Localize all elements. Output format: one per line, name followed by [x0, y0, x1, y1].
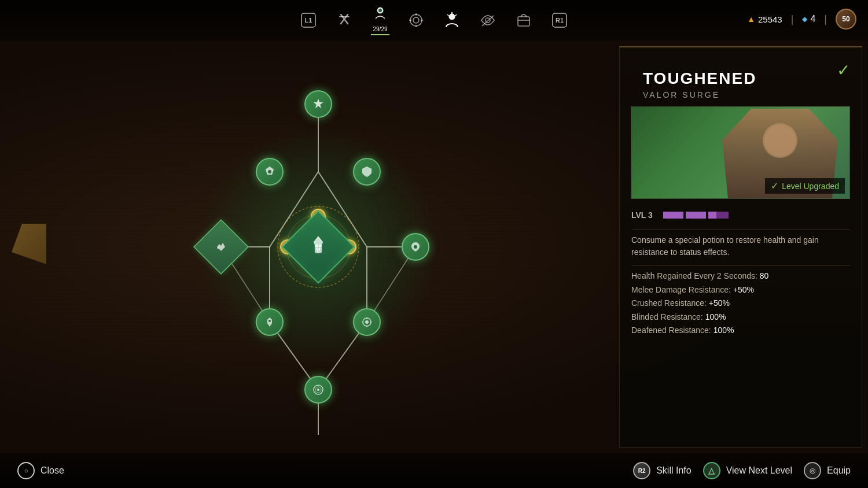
items-icon [514, 11, 533, 29]
pip-1 [663, 212, 683, 219]
svg-text:R1: R1 [556, 17, 564, 24]
level-number: 50 [842, 15, 849, 23]
skills-icon [371, 6, 389, 24]
item-icon: ◆ [802, 15, 807, 23]
tools-icon [335, 11, 354, 29]
panel-stats: Health Regained Every 2 Seconds: 80 Mele… [620, 271, 862, 337]
upgrade-check-icon: ✓ [771, 180, 778, 191]
top-bar: L1 29/29 [0, 0, 868, 40]
node-top-left-circle [256, 158, 284, 186]
node-bottom-circle [304, 376, 332, 404]
upgrade-text: Level Upgraded [782, 182, 839, 191]
panel-subtitle: VALOR SURGE [631, 88, 768, 99]
skill-info-action[interactable]: R2 Skill Info [633, 462, 691, 479]
items-display: ◆ 4 [802, 14, 815, 24]
divider-2 [631, 265, 850, 266]
center-node[interactable] [284, 212, 353, 282]
triangle-button[interactable]: △ [703, 462, 720, 479]
item-count: 4 [810, 14, 815, 24]
tab-items[interactable] [514, 11, 533, 29]
node-right[interactable] [402, 233, 429, 261]
nav-tabs: L1 29/29 [299, 6, 569, 35]
pip-3 [708, 212, 729, 219]
node-left-diamond[interactable] [201, 227, 241, 267]
node-bottom-right[interactable] [353, 308, 381, 336]
shards-display: ▲ 25543 [747, 14, 782, 24]
character-image: ✓ Level Upgraded [631, 106, 850, 199]
active-underline [371, 34, 389, 35]
separator: | [791, 13, 794, 25]
info-panel: TOUGHENED VALOR SURGE ✓ ✓ Level Upgraded… [619, 46, 862, 448]
panel-title: TOUGHENED [631, 58, 768, 88]
bottom-bar: ○ Close R2 Skill Info △ View Next Level … [0, 453, 868, 488]
svg-rect-16 [518, 17, 529, 26]
close-label: Close [41, 465, 64, 476]
stat-melee-value: +50% [733, 285, 754, 294]
node-top[interactable] [304, 90, 332, 118]
top-right-hud: ▲ 25543 | ◆ 4 | 50 [747, 9, 856, 29]
stat-deafened-label: Deafened Resistance: [631, 326, 713, 335]
r2-button[interactable]: R2 [633, 462, 650, 479]
r1-icon: R1 [550, 11, 569, 29]
level-row: LVL 3 [620, 206, 862, 224]
svg-point-39 [414, 245, 417, 249]
tab-eye[interactable] [479, 11, 497, 29]
svg-point-4 [410, 14, 422, 26]
stat-deafened-value: 100% [713, 326, 734, 335]
eye-icon [479, 11, 497, 29]
svg-line-13 [455, 14, 457, 16]
tab-tools[interactable] [335, 11, 354, 29]
node-bottom-left-circle [256, 308, 284, 336]
equip-action[interactable]: ◎ Equip [804, 462, 851, 479]
svg-text:L1: L1 [305, 17, 312, 24]
l1-icon: L1 [299, 11, 318, 29]
title-section: TOUGHENED VALOR SURGE [631, 58, 768, 99]
stat-crushed-value: +50% [709, 298, 730, 308]
node-top-right[interactable] [353, 158, 381, 186]
tab-l1[interactable]: L1 [299, 11, 318, 29]
stat-blinded-value: 100% [705, 312, 726, 321]
stat-blinded-label: Blinded Resistance: [631, 312, 705, 321]
close-button-icon[interactable]: ○ [17, 462, 35, 479]
skill-tree-area [0, 40, 637, 453]
node-right-circle [402, 233, 429, 261]
svg-point-42 [365, 320, 369, 324]
stat-melee-label: Melee Damage Resistance: [631, 285, 733, 294]
skills-count: 29/29 [373, 26, 387, 32]
tab-r1[interactable]: R1 [550, 11, 569, 29]
svg-point-40 [269, 320, 271, 322]
node-bottom[interactable] [304, 376, 332, 404]
level-upgraded-badge: ✓ Level Upgraded [765, 178, 845, 194]
svg-point-33 [217, 247, 219, 249]
stat-health-value: 80 [760, 271, 769, 280]
center-diamond-icon [307, 234, 330, 261]
svg-point-45 [317, 389, 319, 391]
level-label: LVL 3 [631, 210, 657, 220]
tab-skills[interactable]: 29/29 [371, 6, 389, 35]
tab-ability[interactable] [443, 11, 461, 29]
level-badge: 50 [836, 9, 856, 29]
tab-aim[interactable] [407, 11, 425, 29]
panel-description: Consume a special potion to restore heal… [620, 234, 862, 258]
stat-health: Health Regained Every 2 Seconds: 80 [631, 271, 850, 282]
close-action[interactable]: ○ Close [17, 462, 64, 479]
center-diamond-container [284, 212, 353, 282]
stat-crushed-label: Crushed Resistance: [631, 298, 709, 308]
node-bottom-left[interactable] [256, 308, 284, 336]
svg-point-32 [268, 170, 271, 173]
svg-point-3 [378, 9, 382, 12]
node-top-left[interactable] [256, 158, 284, 186]
view-next-level-label: View Next Level [726, 465, 792, 476]
aim-icon [407, 11, 425, 29]
skill-tree-container [145, 59, 492, 435]
level-pips [663, 212, 729, 219]
svg-line-12 [447, 14, 449, 16]
r2-label: R2 [638, 468, 646, 474]
equip-button-icon[interactable]: ◎ [804, 462, 821, 479]
separator2: | [824, 13, 827, 25]
stat-crushed: Crushed Resistance: +50% [631, 298, 850, 309]
checkmark-icon: ✓ [837, 58, 850, 80]
node-top-right-circle [353, 158, 381, 186]
view-next-level-action[interactable]: △ View Next Level [703, 462, 792, 479]
bottom-right-actions: R2 Skill Info △ View Next Level ◎ Equip [633, 462, 851, 479]
